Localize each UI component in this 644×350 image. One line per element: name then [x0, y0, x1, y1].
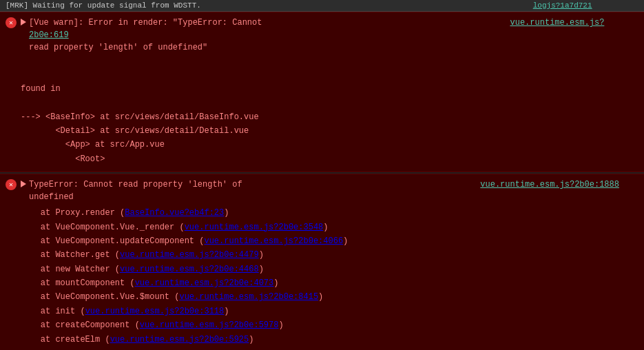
stack-link-10[interactable]: vue.runtime.esm.js?2b0e:5925 — [110, 335, 249, 344]
top-bar-link[interactable]: logjs?1a7d721 — [533, 1, 592, 10]
error-header-text-1: [Vue warn]: Error in render: "TypeError:… — [29, 17, 638, 54]
stack-link-8[interactable]: vue.runtime.esm.js?2b0e:3118 — [85, 307, 225, 316]
stack-link-5[interactable]: vue.runtime.esm.js?2b0e:4468 — [120, 265, 259, 274]
error-header-text-2: TypeError: Cannot read property 'length'… — [29, 178, 638, 203]
stack-link-4[interactable]: vue.runtime.esm.js?2b0e:4479 — [120, 250, 259, 260]
error-header-1: ✕ [Vue warn]: Error in render: "TypeErro… — [0, 17, 644, 54]
triangle-icon-2 — [21, 181, 26, 187]
stack-link-3[interactable]: vue.runtime.esm.js?2b0e:4066 — [204, 236, 343, 246]
stack-link-6[interactable]: vue.runtime.esm.js?2b0e:4073 — [135, 278, 274, 288]
error-1-prefix: [Vue warn]: Error in render: "TypeError:… — [29, 18, 510, 28]
error-2-prefix: TypeError: Cannot read property 'length'… — [29, 180, 480, 189]
error-2-link[interactable]: vue.runtime.esm.js?2b0e:1888 — [480, 180, 619, 189]
console-panel[interactable]: [MRK] Waiting for update signal from WDS… — [0, 0, 644, 350]
error-2-undefined: undefined — [29, 192, 74, 202]
stack-link-1[interactable]: BaseInfo.vue?eb4f:23 — [125, 208, 224, 218]
triangle-icon-1 — [21, 19, 26, 25]
top-bar: [MRK] Waiting for update signal from WDS… — [0, 0, 644, 12]
stack-link-7[interactable]: vue.runtime.esm.js?2b0e:8415 — [179, 292, 318, 302]
error-icon-2: ✕ — [6, 179, 17, 190]
stack-link-2[interactable]: vue.runtime.esm.js?2b0e:3548 — [185, 223, 324, 232]
error-1-line2: read property 'length' of undefined" — [29, 43, 207, 52]
error-block-1: ✕ [Vue warn]: Error in render: "TypeErro… — [0, 12, 644, 172]
error-block-2: ✕ TypeError: Cannot read property 'lengt… — [0, 174, 644, 350]
stack-trace-2: at Proxy.render (BaseInfo.vue?eb4f:23) a… — [0, 203, 644, 347]
error-header-2: ✕ TypeError: Cannot read property 'lengt… — [0, 178, 644, 203]
stack-link-9[interactable]: vue.runtime.esm.js?2b0e:5978 — [140, 320, 279, 330]
error-body-1: found in---> <BaseInfo> at src/views/det… — [0, 54, 644, 166]
error-icon-1: ✕ — [6, 17, 17, 28]
top-bar-text: [MRK] Waiting for update signal from WDS… — [6, 1, 201, 10]
